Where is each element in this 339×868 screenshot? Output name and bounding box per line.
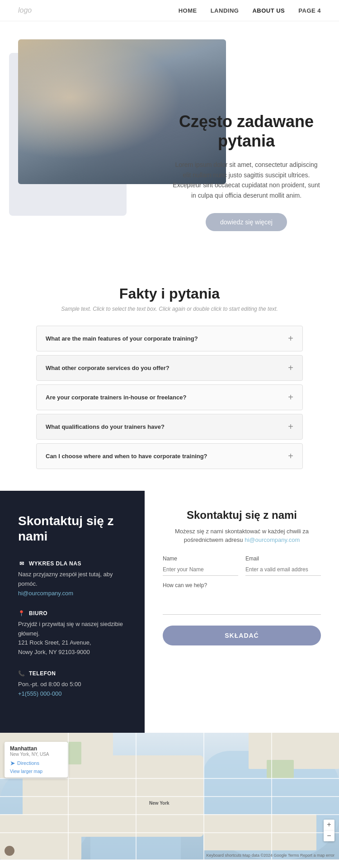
map-popup-directions: ➤ Directions xyxy=(10,759,62,767)
nav-about[interactable]: ABOUT US xyxy=(252,7,285,14)
contact-email-label: ✉ WYKRES DLA NAS xyxy=(18,560,127,567)
map-popup-larger: View larger map xyxy=(10,768,62,774)
map-land-3 xyxy=(249,733,339,769)
contact-form: Skontaktuj się z nami Możesz się z nami … xyxy=(145,491,339,733)
map-footer-text: Keyboard shortcuts Map data ©2024 Google… xyxy=(206,853,334,858)
navbar: logo HOME LANDING ABOUT US PAGE 4 xyxy=(0,0,339,21)
contact-email-text: Nasz przyjazny zespół jest tutaj, aby po… xyxy=(18,570,127,589)
map-zoom-in[interactable]: + xyxy=(324,820,334,830)
faq-question-4: What qualifications do your trainers hav… xyxy=(46,423,165,430)
map-popup: Manhattan New York, NY, USA ➤ Directions… xyxy=(5,742,68,778)
form-name-label: Name xyxy=(163,555,238,562)
contact-email-link[interactable]: hi@ourcompany.com xyxy=(18,590,73,597)
directions-icon: ➤ xyxy=(10,759,15,767)
map-green-2 xyxy=(267,760,294,778)
submit-button[interactable]: SKŁADAĆ xyxy=(163,626,321,645)
faq-question-5: Can I choose where and when to have corp… xyxy=(46,453,207,460)
map-avatar xyxy=(5,846,14,856)
larger-map-link[interactable]: View larger map xyxy=(10,769,42,774)
contact-email-block: ✉ WYKRES DLA NAS Nasz przyjazny zespół j… xyxy=(18,560,127,597)
form-name-group: Name xyxy=(163,555,238,576)
form-message-textarea[interactable] xyxy=(163,592,321,615)
contact-office-block: 📍 BIURO Przyjdź i przywitaj się w naszej… xyxy=(18,610,127,657)
faq-item-2[interactable]: What other corporate services do you off… xyxy=(36,355,303,381)
faq-plus-icon-5: + xyxy=(288,451,293,461)
email-icon: ✉ xyxy=(18,560,25,567)
contact-office-text: Przyjdź i przywitaj się w naszej siedzib… xyxy=(18,620,127,657)
contact-phone-block: 📞 TELEFON Pon.-pt. od 8:00 do 5:00 +1(55… xyxy=(18,670,127,697)
contact-phone-text: Pon.-pt. od 8:00 do 5:00 xyxy=(18,680,127,689)
footer: Sample text. Click to select the Text El… xyxy=(0,859,339,868)
form-name-email-row: Name Email xyxy=(163,555,321,576)
form-email-input[interactable] xyxy=(245,564,321,576)
nav-links: HOME LANDING ABOUT US PAGE 4 xyxy=(179,7,321,14)
faq-item-5[interactable]: Can I choose where and when to have corp… xyxy=(36,443,303,469)
map-section: New York Manhattan New York, NY, USA ➤ D… xyxy=(0,733,339,859)
faq-subtitle: Sample text. Click to select the text bo… xyxy=(36,306,303,312)
hero-content: Często zadawane pytania Lorem ipsum dolo… xyxy=(154,39,321,231)
logo[interactable]: logo xyxy=(18,6,32,14)
nav-landing[interactable]: LANDING xyxy=(211,7,239,14)
hero-section: Często zadawane pytania Lorem ipsum dolo… xyxy=(0,21,339,258)
faq-question-3: Are your corporate trainers in-house or … xyxy=(46,394,186,401)
faq-item-4[interactable]: What qualifications do your trainers hav… xyxy=(36,414,303,440)
faq-item-1[interactable]: What are the main features of your corpo… xyxy=(36,326,303,351)
directions-link[interactable]: Directions xyxy=(17,760,39,766)
map-zoom-out[interactable]: − xyxy=(324,830,334,841)
form-help-label: How can we help? xyxy=(163,582,321,588)
hero-image-wrap xyxy=(18,39,154,184)
hero-cta-button[interactable]: dowiedz się więcej xyxy=(206,213,287,231)
faq-question-1: What are the main features of your corpo… xyxy=(46,335,198,342)
contact-left-title: Skontaktuj się z nami xyxy=(18,513,127,544)
map-popup-sub: New York, NY, USA xyxy=(10,752,62,757)
map-popup-title: Manhattan xyxy=(10,745,62,752)
faq-section: Fakty i pytania Sample text. Click to se… xyxy=(0,258,339,491)
hero-title: Często zadawane pytania xyxy=(172,112,321,151)
contact-left: Skontaktuj się z nami ✉ WYKRES DLA NAS N… xyxy=(0,491,145,733)
contact-form-email-link[interactable]: hi@ourcompany.com xyxy=(245,536,300,543)
nav-home[interactable]: HOME xyxy=(179,7,197,14)
contact-section: Skontaktuj się z nami ✉ WYKRES DLA NAS N… xyxy=(0,491,339,733)
contact-phone-label: 📞 TELEFON xyxy=(18,670,127,677)
footer-sample-text[interactable]: Sample text. Click to select the Text El… xyxy=(0,859,339,868)
faq-plus-icon-4: + xyxy=(288,422,293,432)
faq-question-2: What other corporate services do you off… xyxy=(46,365,170,371)
form-email-label: Email xyxy=(245,555,321,562)
faq-plus-icon-3: + xyxy=(288,392,293,403)
hero-body: Lorem ipsum dolor sit amet, consectetur … xyxy=(172,160,321,200)
faq-item-3[interactable]: Are your corporate trainers in-house or … xyxy=(36,384,303,410)
contact-form-title: Skontaktuj się z nami xyxy=(163,509,321,522)
contact-phone-link[interactable]: +1(555) 000-000 xyxy=(18,690,62,697)
phone-icon: 📞 xyxy=(18,670,25,677)
form-email-group: Email xyxy=(245,555,321,576)
location-icon: 📍 xyxy=(18,610,25,617)
map-city-label: New York xyxy=(149,801,170,806)
faq-title: Fakty i pytania xyxy=(36,285,303,302)
contact-office-label: 📍 BIURO xyxy=(18,610,127,617)
map-zoom-controls: + − xyxy=(324,820,334,841)
contact-form-intro: Możesz się z nami skontaktować w każdej … xyxy=(163,527,321,545)
form-name-input[interactable] xyxy=(163,564,238,576)
map-background: New York Manhattan New York, NY, USA ➤ D… xyxy=(0,733,339,859)
nav-page4[interactable]: PAGE 4 xyxy=(298,7,321,14)
faq-plus-icon-2: + xyxy=(288,363,293,373)
faq-plus-icon-1: + xyxy=(288,333,293,344)
